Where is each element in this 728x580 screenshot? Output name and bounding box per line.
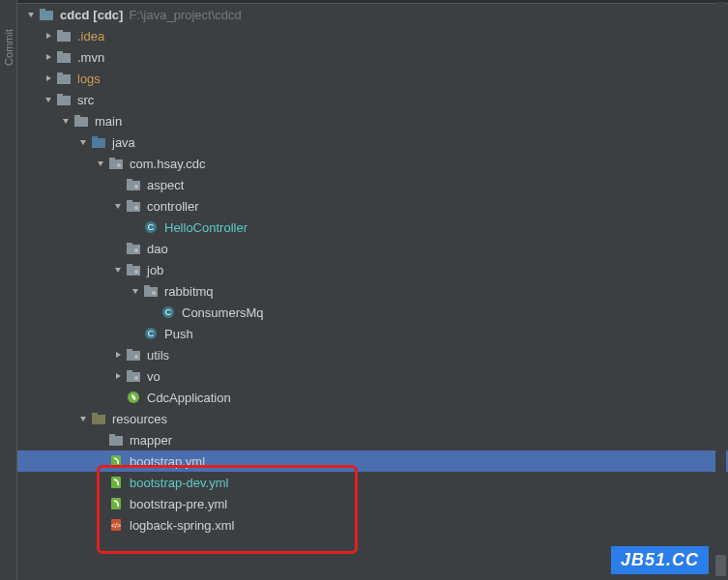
tree-row[interactable]: bootstrap-pre.yml [17, 493, 728, 514]
tree-row[interactable]: job [17, 259, 728, 280]
tree-row[interactable]: aspect [17, 174, 728, 195]
tree-item-label: logback-spring.xml [130, 518, 234, 533]
tree-item-label: bootstrap-pre.yml [130, 497, 227, 511]
chevron-placeholder [95, 498, 106, 509]
tree-root-row[interactable]: cdcd [cdc] F:\java_project\cdcd [17, 4, 728, 25]
chevron-placeholder [112, 243, 124, 254]
chevron-down-icon[interactable] [60, 115, 72, 127]
folder-icon [56, 92, 72, 107]
tree-row[interactable]: resources [17, 408, 728, 429]
svg-rect-14 [109, 160, 123, 169]
chevron-down-icon[interactable] [130, 285, 141, 297]
yml-icon [108, 496, 124, 511]
chevron-down-icon[interactable] [43, 94, 54, 105]
svg-rect-8 [57, 96, 71, 105]
tree-item-label: logs [77, 72, 101, 86]
tree-row[interactable]: rabbitmq [17, 280, 728, 302]
chevron-right-icon[interactable] [112, 349, 124, 361]
tree-row[interactable]: bootstrap-dev.yml [17, 472, 728, 493]
tree-row[interactable]: CHelloController [17, 217, 728, 238]
svg-rect-12 [92, 138, 105, 148]
svg-rect-11 [74, 115, 80, 118]
project-name: cdcd [60, 8, 89, 22]
tree-row[interactable]: java [17, 131, 728, 153]
svg-rect-39 [127, 349, 132, 352]
package-icon [126, 198, 141, 214]
svg-rect-15 [109, 158, 115, 160]
chevron-placeholder [112, 179, 124, 190]
tree-row[interactable]: com.hsay.cdc [17, 153, 728, 174]
svg-rect-17 [127, 181, 140, 190]
svg-rect-1 [40, 9, 45, 12]
chevron-down-icon[interactable] [25, 9, 37, 20]
svg-rect-10 [74, 117, 88, 127]
chevron-placeholder [95, 434, 106, 446]
folder-icon [73, 113, 89, 129]
svg-rect-9 [57, 94, 63, 97]
chevron-down-icon[interactable] [77, 136, 89, 148]
tree-row[interactable]: mapper [17, 429, 728, 450]
package-icon [143, 283, 159, 299]
tree-item-label: mapper [130, 433, 172, 448]
svg-point-16 [117, 163, 121, 167]
tree-item-label: dao [147, 242, 168, 256]
svg-point-40 [134, 355, 138, 359]
xml-icon: </> [108, 517, 124, 533]
folder-res-icon [91, 411, 106, 426]
project-tree-panel: cdcd [cdc] F:\java_project\cdcd .idea.mv… [17, 0, 728, 580]
svg-rect-21 [127, 200, 132, 203]
svg-rect-2 [57, 32, 71, 42]
scrollbar-track [715, 2, 726, 578]
folder-icon [108, 432, 124, 448]
svg-point-22 [134, 206, 138, 210]
tree-row[interactable]: dao [17, 238, 728, 259]
svg-text:C: C [148, 222, 155, 232]
svg-point-43 [134, 376, 138, 380]
tree-row[interactable]: CPush [17, 323, 728, 344]
package-icon [126, 347, 141, 362]
class-icon: C [143, 219, 159, 235]
tree-row[interactable]: controller [17, 195, 728, 217]
svg-text:</>: </> [111, 522, 121, 529]
chevron-down-icon[interactable] [112, 200, 124, 212]
tree-row[interactable]: utils [17, 344, 728, 365]
project-bracket: [cdc] [93, 8, 123, 22]
class-icon: C [160, 304, 176, 320]
svg-rect-31 [144, 287, 158, 297]
scrollbar-thumb[interactable] [715, 555, 726, 576]
tree-row[interactable]: </>logback-spring.xml [17, 514, 728, 536]
svg-rect-41 [127, 372, 140, 382]
tree-row[interactable]: main [17, 110, 728, 131]
chevron-down-icon[interactable] [112, 264, 124, 276]
svg-rect-49 [111, 455, 121, 467]
tree-row[interactable]: logs [17, 68, 728, 89]
tree-item-label: controller [147, 199, 198, 214]
tree-row[interactable]: .idea [17, 25, 728, 46]
svg-rect-5 [57, 51, 63, 54]
svg-rect-29 [127, 264, 132, 267]
tree-row[interactable]: CdcApplication [17, 387, 728, 408]
chevron-down-icon[interactable] [77, 413, 89, 424]
tree-row[interactable]: CConsumersMq [17, 302, 728, 323]
svg-rect-50 [111, 477, 121, 488]
chevron-right-icon[interactable] [112, 370, 124, 382]
tree-item-label: .idea [77, 29, 104, 44]
tree-item-label: bootstrap-dev.yml [130, 476, 228, 490]
chevron-placeholder [130, 221, 141, 233]
chevron-right-icon[interactable] [43, 72, 54, 84]
chevron-down-icon[interactable] [95, 158, 106, 169]
tree-row[interactable]: src [17, 89, 728, 110]
tree-row[interactable]: vo [17, 365, 728, 387]
tree-item-label: ConsumersMq [182, 305, 264, 320]
chevron-placeholder [112, 392, 124, 403]
chevron-right-icon[interactable] [43, 51, 54, 63]
svg-rect-51 [111, 498, 121, 509]
folder-src-icon [91, 134, 106, 150]
tree-item-label: Push [164, 327, 193, 341]
tree-row[interactable]: .mvn [17, 46, 728, 68]
svg-rect-25 [127, 245, 140, 254]
tree-row[interactable]: bootstrap.yml [17, 450, 728, 472]
package-icon [126, 241, 141, 256]
svg-rect-13 [92, 136, 98, 139]
chevron-right-icon[interactable] [43, 30, 54, 42]
